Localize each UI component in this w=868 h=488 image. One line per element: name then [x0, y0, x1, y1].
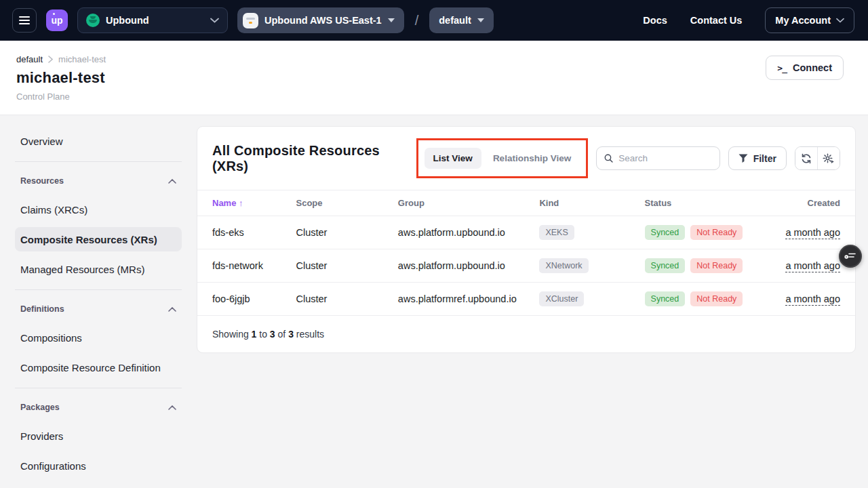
control-plane-name: Upbound AWS US-East-1	[264, 15, 382, 26]
column-header-scope[interactable]: Scope	[296, 190, 398, 216]
table-row[interactable]: fds-eks Cluster aws.platform.upbound.io …	[197, 216, 855, 249]
cell-group: aws.platform.upbound.io	[398, 249, 540, 283]
sidebar-item-composite-resources[interactable]: Composite Resources (XRs)	[15, 227, 182, 251]
logo-dot	[53, 13, 55, 15]
auto-refresh-settings-button[interactable]	[818, 147, 840, 169]
control-plane-select[interactable]: Upbound AWS US-East-1	[237, 7, 404, 33]
breadcrumb-slash: /	[415, 13, 419, 28]
summary-text: Showing	[212, 329, 249, 340]
sidebar-divider	[15, 161, 182, 162]
sidebar-item-providers[interactable]: Providers	[15, 421, 182, 451]
search-icon	[604, 153, 613, 163]
cell-name[interactable]: fds-eks	[197, 216, 296, 249]
refresh-button[interactable]	[795, 147, 817, 169]
column-label: Name	[212, 198, 236, 208]
column-header-group[interactable]: Group	[398, 190, 540, 216]
sidebar-section-definitions[interactable]: Definitions	[15, 296, 182, 323]
cell-name[interactable]: fds-network	[197, 249, 296, 283]
control-plane-icon	[243, 13, 258, 28]
cell-kind: XEKS	[539, 216, 644, 249]
relative-time[interactable]: a month ago	[785, 227, 840, 239]
sidebar: Overview Resources Claims (XRCs) Composi…	[0, 115, 197, 488]
cell-group: aws.platformref.upbound.io	[398, 283, 540, 316]
column-header-created[interactable]: Created	[776, 190, 855, 216]
column-header-name[interactable]: Name ↑	[197, 190, 296, 216]
sidebar-item-configurations[interactable]: Configurations	[15, 451, 182, 481]
terminal-icon: >_	[777, 63, 787, 73]
organization-name: Upbound	[106, 15, 204, 26]
feedback-widget-button[interactable]	[839, 245, 862, 268]
sidebar-item-functions[interactable]: Functions	[15, 481, 182, 488]
sidebar-item-compositions[interactable]: Compositions	[15, 323, 182, 352]
refresh-icon	[801, 153, 812, 164]
tab-list-view[interactable]: List View	[425, 148, 481, 169]
chevron-up-icon	[168, 307, 176, 312]
chevron-down-icon	[210, 18, 219, 23]
sidebar-item-composite-resource-definition[interactable]: Composite Resource Definition	[15, 352, 182, 382]
cell-scope: Cluster	[296, 283, 398, 316]
status-badge-synced: Synced	[645, 291, 686, 306]
kind-badge: XEKS	[539, 225, 574, 240]
table-row[interactable]: foo-6jgjb Cluster aws.platformref.upboun…	[197, 283, 855, 316]
docs-link[interactable]: Docs	[643, 15, 667, 26]
filter-button[interactable]: Filter	[728, 146, 787, 170]
cell-created: a month ago	[776, 283, 855, 316]
column-header-kind[interactable]: Kind	[539, 190, 644, 216]
filter-label: Filter	[753, 153, 776, 164]
upbound-logo[interactable]: up	[46, 9, 68, 31]
summary-text: to	[259, 329, 267, 340]
chevron-down-icon	[836, 18, 844, 23]
menu-button[interactable]	[12, 8, 37, 33]
cell-created: a month ago	[776, 216, 855, 249]
page-header: default michael-test michael-test Contro…	[0, 41, 868, 115]
sidebar-item-managed-resources[interactable]: Managed Resources (MRs)	[15, 254, 182, 284]
cell-kind: XCluster	[539, 283, 644, 316]
chevron-up-icon	[168, 405, 176, 410]
tab-relationship-view[interactable]: Relationship View	[484, 148, 580, 169]
page-title: michael-test	[16, 69, 844, 87]
sidebar-divider	[15, 289, 182, 290]
sidebar-section-packages[interactable]: Packages	[15, 394, 182, 421]
summary-text: of	[278, 329, 286, 340]
view-toggle-container: List View Relationship View	[416, 138, 589, 178]
relative-time[interactable]: a month ago	[785, 293, 840, 306]
page-body: Overview Resources Claims (XRCs) Composi…	[0, 115, 868, 488]
sidebar-item-overview[interactable]: Overview	[15, 126, 182, 156]
sidebar-item-claims[interactable]: Claims (XRCs)	[15, 195, 182, 224]
table-row[interactable]: fds-network Cluster aws.platform.upbound…	[197, 249, 855, 283]
table-actions-group	[795, 146, 840, 170]
breadcrumb-item-default[interactable]: default	[16, 54, 43, 64]
status-badge-synced: Synced	[645, 258, 686, 273]
summary-text: results	[296, 329, 324, 340]
section-label: Packages	[20, 403, 60, 412]
status-badge-not-ready: Not Ready	[690, 225, 743, 240]
namespace-select[interactable]: default	[429, 7, 494, 33]
column-header-status[interactable]: Status	[645, 190, 776, 216]
contact-us-link[interactable]: Contact Us	[690, 15, 743, 26]
view-toggle: List View Relationship View	[425, 148, 580, 169]
composite-resources-table: Name ↑ Scope Group Kind Status Created f…	[197, 190, 855, 316]
my-account-button[interactable]: My Account	[765, 7, 854, 33]
cell-scope: Cluster	[296, 249, 398, 283]
sidebar-section-resources[interactable]: Resources	[15, 167, 182, 195]
chevron-right-icon	[48, 56, 53, 63]
cell-status: SyncedNot Ready	[645, 283, 776, 316]
summary-to: 3	[270, 329, 275, 340]
breadcrumb: default michael-test	[16, 54, 844, 64]
connect-label: Connect	[793, 62, 832, 73]
section-label: Definitions	[20, 304, 64, 314]
cell-name[interactable]: foo-6jgjb	[197, 283, 296, 316]
organization-avatar-icon	[86, 14, 100, 27]
organization-select[interactable]: Upbound	[77, 7, 228, 33]
topbar: up Upbound Upbound AWS US-East-1 / defau…	[0, 0, 868, 41]
kind-badge: XCluster	[539, 291, 584, 306]
search-input[interactable]	[618, 153, 712, 163]
sidebar-divider	[15, 388, 182, 388]
cell-status: SyncedNot Ready	[645, 216, 776, 249]
caret-down-icon	[388, 18, 395, 22]
connect-button[interactable]: >_ Connect	[766, 56, 844, 80]
section-label: Resources	[20, 176, 64, 186]
hamburger-icon	[19, 16, 30, 25]
relative-time[interactable]: a month ago	[785, 260, 840, 272]
cell-scope: Cluster	[296, 216, 398, 249]
